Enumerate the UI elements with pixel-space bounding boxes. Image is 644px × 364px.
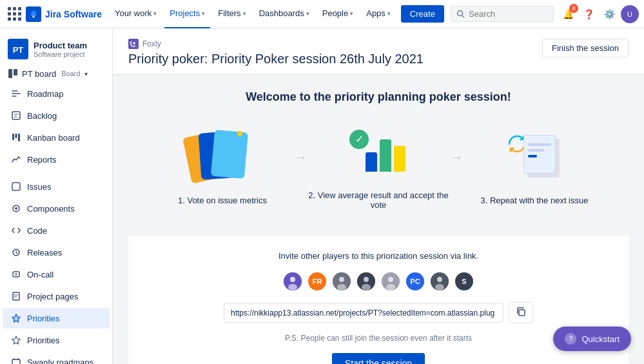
search-input[interactable] <box>469 9 533 19</box>
search-box[interactable] <box>451 6 554 22</box>
top-navigation: Jira Software Your work ▾ Projects ▾ Fil… <box>0 0 644 28</box>
invite-link-row: https://nikkiapp13.atlassian.net/project… <box>224 302 533 323</box>
backlog-icon <box>10 110 22 121</box>
svg-text:PT: PT <box>13 45 24 55</box>
swanly-icon <box>10 356 22 364</box>
nav-apps[interactable]: Apps ▾ <box>361 0 396 28</box>
card-blue-light <box>211 130 248 179</box>
welcome-area: Welcome to the priority planning poker s… <box>113 75 644 364</box>
reports-icon <box>10 154 22 165</box>
svg-rect-7 <box>12 112 20 119</box>
priorities-icon-2 <box>10 334 22 346</box>
copy-icon <box>516 307 526 317</box>
foxly-icon <box>128 39 139 49</box>
nav-filters[interactable]: Filters ▾ <box>213 0 251 28</box>
sidebar: PT Product team Software project PT boar… <box>0 28 113 364</box>
svg-marker-19 <box>12 336 20 344</box>
search-icon <box>456 10 465 18</box>
sidebar-item-components[interactable]: Components <box>3 198 110 219</box>
sidebar-item-roadmap[interactable]: Roadmap <box>3 83 110 104</box>
svg-point-35 <box>437 277 442 282</box>
create-button[interactable]: Create <box>401 5 444 23</box>
step-1-label: 1. Vote on issue metrics <box>178 196 267 205</box>
nav-people[interactable]: People ▾ <box>317 0 358 28</box>
user-avatar[interactable]: U <box>621 5 639 23</box>
quickstart-button[interactable]: ? Quickstart <box>553 327 631 351</box>
finish-session-button[interactable]: Finish the session <box>542 39 629 57</box>
svg-point-13 <box>15 207 17 210</box>
sidebar-item-oncall[interactable]: On-call <box>3 264 110 285</box>
svg-marker-18 <box>12 314 20 322</box>
copy-link-button[interactable] <box>509 302 533 323</box>
main-layout: PT Product team Software project PT boar… <box>0 28 644 364</box>
nav-your-work[interactable]: Your work ▾ <box>110 0 162 28</box>
jira-logo-icon <box>26 6 41 22</box>
notification-badge: 8 <box>569 4 578 13</box>
start-session-button[interactable]: Start the session <box>332 353 425 364</box>
sidebar-item-project-pages[interactable]: Project pages <box>3 286 110 307</box>
chart-illustration: ✓ <box>346 126 411 181</box>
svg-point-33 <box>386 284 395 290</box>
sidebar-item-reports[interactable]: Reports <box>3 149 110 170</box>
sidebar-item-kanban[interactable]: Kanban board <box>3 127 110 148</box>
step-3: 3. Repeat with the next issue <box>463 130 605 205</box>
logo-text: Jira Software <box>45 9 102 19</box>
project-avatar: PT <box>8 39 28 59</box>
chevron-down-icon: ▾ <box>350 10 353 17</box>
chevron-down-icon: ▾ <box>387 10 391 17</box>
jira-logo[interactable]: Jira Software <box>26 6 102 22</box>
quickstart-icon: ? <box>565 333 576 345</box>
roadmap-icon <box>10 88 22 99</box>
step-3-visual <box>496 130 573 188</box>
svg-point-21 <box>133 42 135 45</box>
page-header-left: Foxly Priority poker: Priority Poker ses… <box>128 39 424 66</box>
sidebar-item-releases[interactable]: Releases <box>3 242 110 263</box>
project-header[interactable]: PT Product team Software project <box>0 34 112 65</box>
components-icon <box>10 203 22 214</box>
ps-text: P.S. People can still join the session e… <box>285 334 472 343</box>
svg-rect-9 <box>15 134 17 138</box>
sidebar-item-backlog[interactable]: Backlog <box>3 105 110 126</box>
svg-point-24 <box>288 284 297 290</box>
sidebar-item-priorities-2[interactable]: Priorities <box>3 330 110 350</box>
user-avatar-s: S <box>454 271 474 292</box>
steps-row: 1. Vote on issue metrics → ✓ <box>128 125 629 210</box>
apps-grid-button[interactable] <box>5 5 23 23</box>
issues-icon <box>10 181 22 192</box>
project-info: Product team Software project <box>34 41 104 58</box>
help-button[interactable]: ❓ <box>580 5 598 23</box>
svg-point-36 <box>435 284 444 290</box>
foxly-logo <box>130 40 137 48</box>
sidebar-item-swanly[interactable]: Swanly roadmaps <box>3 352 110 364</box>
nav-projects[interactable]: Projects ▾ <box>164 0 210 28</box>
sidebar-item-issues[interactable]: Issues <box>3 176 110 197</box>
cards-illustration <box>187 131 258 186</box>
svg-point-30 <box>362 284 371 290</box>
svg-point-29 <box>364 277 369 282</box>
svg-line-2 <box>462 15 464 17</box>
board-label[interactable]: PT board Board ▾ <box>0 65 112 83</box>
step-3-label: 3. Repeat with the next issue <box>481 196 589 205</box>
sidebar-item-priorities-1[interactable]: Priorities <box>3 308 110 329</box>
checkmark-icon: ✓ <box>349 130 369 149</box>
sidebar-item-code[interactable]: Code <box>3 220 110 241</box>
page-title: Priority poker: Priority Poker session 2… <box>128 52 424 66</box>
svg-rect-11 <box>12 183 20 190</box>
doc-lines <box>528 143 551 157</box>
user-avatar-7 <box>429 271 450 292</box>
nav-dashboards[interactable]: Dashboards ▾ <box>254 0 315 28</box>
svg-point-32 <box>388 277 393 282</box>
doc-front <box>523 135 556 174</box>
settings-button[interactable]: ⚙️ <box>600 5 618 23</box>
notifications-button[interactable]: 🔔 8 <box>559 5 577 23</box>
doc-illustration <box>504 131 565 186</box>
svg-rect-10 <box>18 134 20 141</box>
user-avatar-1 <box>282 271 303 292</box>
svg-point-26 <box>339 277 344 282</box>
invite-link-field[interactable]: https://nikkiapp13.atlassian.net/project… <box>224 303 503 323</box>
bar-chart <box>366 126 411 172</box>
oncall-icon <box>10 268 22 280</box>
svg-point-16 <box>15 274 17 276</box>
user-avatar-pc: PC <box>405 271 425 292</box>
arrow-1: → <box>293 149 307 166</box>
